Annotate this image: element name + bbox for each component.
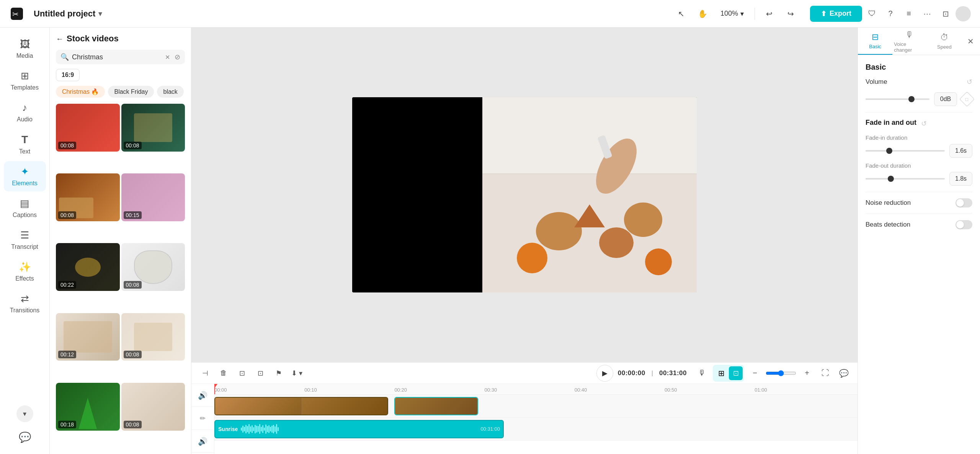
video-thumb-8[interactable]: 00:08 — [121, 313, 185, 361]
zoom-chevron: ▾ — [740, 10, 744, 18]
audio-label: Audio — [17, 116, 33, 123]
search-filter-icon[interactable]: ⊘ — [175, 53, 180, 61]
project-title-area[interactable]: Untitled project ▾ — [34, 9, 102, 19]
track-edit-1[interactable]: ✏ — [191, 407, 214, 430]
user-avatar[interactable] — [956, 6, 971, 21]
ruler-mark-2: 00:20 — [394, 387, 407, 393]
audio-icon: ♪ — [22, 102, 27, 114]
volume-reset-btn[interactable]: ↺ — [967, 78, 972, 86]
sidebar-item-templates[interactable]: ⊞ Templates — [4, 65, 46, 96]
fade-label: Fade in and out — [866, 119, 916, 127]
timeline-trim-btn[interactable]: ⊣ — [198, 366, 213, 381]
help-btn[interactable]: ? — [882, 5, 899, 22]
more-btn[interactable]: ⋯ — [919, 5, 936, 22]
timeline-zoom-out-btn[interactable]: − — [747, 366, 763, 381]
video-clip-2[interactable] — [394, 397, 478, 415]
volume-slider-track[interactable] — [866, 98, 929, 100]
right-panel: ⊟ Basic 🎙 Voice changer ⏱ Speed ✕ Basic … — [858, 28, 980, 454]
noise-reduction-label: Noise reduction — [866, 199, 951, 207]
sidebar-item-audio[interactable]: ♪ Audio — [4, 97, 46, 127]
fade-reset-btn[interactable]: ↺ — [921, 119, 927, 128]
tag-black[interactable]: black — [157, 86, 183, 98]
play-btn[interactable]: ▶ — [596, 365, 613, 382]
tab-speed[interactable]: ⏱ Speed — [927, 28, 962, 55]
nav-collapse-btn[interactable]: ▾ — [16, 405, 33, 422]
transcript-icon: ☰ — [20, 229, 29, 241]
panel-close-btn[interactable]: ✕ — [962, 28, 980, 55]
layout-btn[interactable]: ⊡ — [937, 5, 954, 22]
timeline-download-btn[interactable]: ⬇ ▾ — [289, 366, 305, 381]
fade-out-slider-track[interactable] — [866, 178, 945, 180]
sidebar-item-transcript[interactable]: ☰ Transcript — [4, 225, 46, 255]
track-volume-1[interactable]: 🔊 — [191, 384, 214, 407]
media-panel: ← Stock videos 🔍 ✕ ⊘ 16:9 Christmas 🔥 Bl… — [50, 28, 191, 454]
sidebar-item-chat[interactable]: 💬 — [4, 427, 46, 448]
settings-btn[interactable]: ≡ — [900, 5, 917, 22]
volume-slider-thumb[interactable] — [908, 96, 915, 102]
svg-rect-3 — [482, 174, 697, 292]
clip-tool-2[interactable]: ⊡ — [729, 366, 743, 380]
search-input[interactable] — [72, 53, 162, 61]
tab-voice-changer[interactable]: 🎙 Voice changer — [892, 28, 927, 55]
noise-reduction-toggle[interactable] — [956, 198, 972, 207]
timeline-crop-btn[interactable]: ⊡ — [253, 366, 268, 381]
fade-in-slider-track[interactable] — [866, 150, 945, 152]
sidebar-item-transitions[interactable]: ⇄ Transitions — [4, 288, 46, 318]
tag-christmas[interactable]: Christmas 🔥 — [56, 86, 105, 98]
transitions-icon: ⇄ — [21, 293, 29, 305]
hand-tool-btn[interactable]: ✋ — [694, 5, 711, 22]
text-icon: T — [21, 134, 28, 146]
video-thumb-1[interactable]: 00:08 — [56, 104, 120, 152]
video-thumb-2[interactable]: 00:08 — [121, 104, 185, 152]
fade-control-row: Fade in and out ↺ — [866, 119, 972, 128]
shield-btn[interactable]: 🛡 — [864, 5, 880, 22]
timeline-delete-btn[interactable]: 🗑 — [216, 366, 231, 381]
video-thumb-7[interactable]: 00:12 — [56, 313, 120, 361]
back-btn[interactable]: ← — [56, 34, 64, 43]
video-thumb-5[interactable]: 00:22 — [56, 243, 120, 291]
undo-btn[interactable]: ↩ — [761, 5, 778, 22]
left-nav: 🖼 Media ⊞ Templates ♪ Audio T Text ✦ Ele… — [0, 28, 50, 454]
timeline-split-btn[interactable]: ⊡ — [234, 366, 250, 381]
fade-in-thumb[interactable] — [886, 148, 892, 154]
video-thumb-6[interactable]: 00:08 — [121, 243, 185, 291]
audio-clip-1[interactable]: Sunrise — [214, 420, 504, 438]
tab-basic[interactable]: ⊟ Basic — [858, 28, 892, 55]
sidebar-item-media[interactable]: 🖼 Media — [4, 34, 46, 64]
playhead[interactable] — [214, 384, 215, 394]
zoom-control[interactable]: 100% ▾ — [716, 7, 748, 20]
track-volume-2[interactable]: 🔊 — [191, 430, 214, 453]
divider-2 — [866, 192, 972, 192]
video-thumb-9[interactable]: 00:18 — [56, 383, 120, 431]
video-duration-9: 00:18 — [58, 421, 76, 428]
volume-keyframe-btn[interactable]: ◇ — [959, 91, 975, 107]
mic-btn[interactable]: 🎙 — [694, 366, 710, 381]
pointer-tool-btn[interactable]: ↖ — [673, 5, 690, 22]
beats-detection-toggle[interactable] — [956, 220, 972, 229]
timeline-comment-btn[interactable]: 💬 — [836, 366, 851, 381]
redo-btn[interactable]: ↪ — [782, 5, 799, 22]
export-btn[interactable]: ⬆ Export — [810, 6, 862, 22]
video-thumb-10[interactable]: 00:08 — [121, 383, 185, 431]
clip-tool-1[interactable]: ⊞ — [714, 366, 728, 380]
timeline-zoom-slider[interactable] — [766, 370, 796, 376]
video-thumb-3[interactable]: 00:08 — [56, 173, 120, 221]
timeline-zoom-in-btn[interactable]: + — [799, 366, 815, 381]
search-clear-icon[interactable]: ✕ — [165, 54, 170, 61]
video-thumb-4[interactable]: 00:15 — [121, 173, 185, 221]
audio-clip-label: Sunrise — [218, 426, 238, 432]
sidebar-item-elements[interactable]: ✦ Elements — [4, 161, 46, 191]
volume-slider-fill — [866, 98, 911, 100]
topbar-right-icons: ⬆ Export 🛡 ? ≡ ⋯ ⊡ — [810, 5, 971, 22]
sidebar-item-effects[interactable]: ✨ Effects — [4, 256, 46, 287]
sidebar-item-text[interactable]: T Text — [4, 129, 46, 160]
video-clip-1[interactable] — [214, 397, 388, 415]
fade-out-thumb[interactable] — [888, 176, 894, 182]
timeline-flag-btn[interactable]: ⚑ — [271, 366, 286, 381]
sidebar-item-captions[interactable]: ▤ Captions — [4, 193, 46, 223]
timeline-fullscreen-btn[interactable]: ⛶ — [818, 366, 833, 381]
aspect-ratio-selector[interactable]: 16:9 — [56, 69, 80, 81]
timeline-toolbar: ⊣ 🗑 ⊡ ⊡ ⚑ ⬇ ▾ ▶ 00:00:00 | 00:31:00 🎙 ⊞ — [191, 363, 858, 384]
tag-black-friday[interactable]: Black Friday — [108, 86, 154, 98]
video-duration-2: 00:08 — [124, 142, 142, 149]
